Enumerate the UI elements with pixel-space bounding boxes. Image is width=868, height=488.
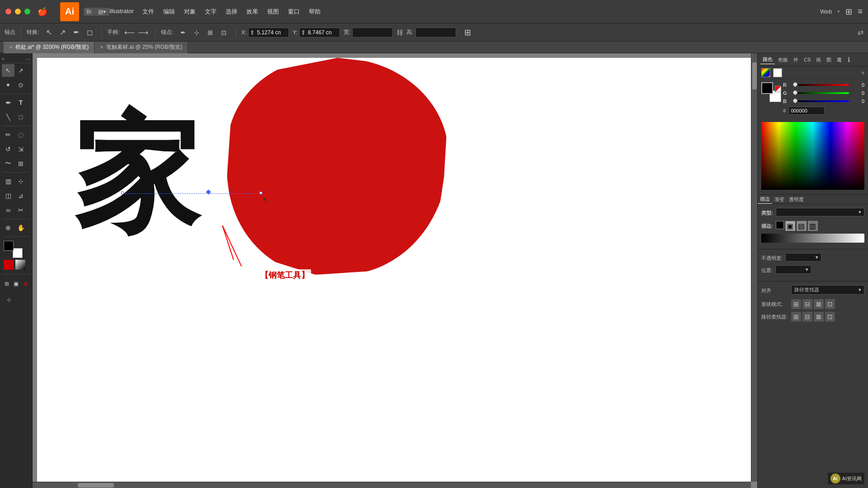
shape-btn-2[interactable]: ⊟ [802,299,812,309]
anchor-btn-4[interactable]: ⊡ [217,26,230,39]
tool-pen[interactable]: ✒ [2,96,14,109]
tool-graph[interactable]: ▥ [2,175,14,188]
b-thumb[interactable] [793,99,797,103]
menu-edit[interactable]: 编辑 [163,8,175,16]
anchor-btn-2[interactable]: ⊹ [190,26,203,39]
menu-file[interactable]: 文件 [142,8,154,16]
path-btn-1[interactable]: ⊞ [791,312,801,322]
extra-btn-1[interactable]: ⊹ [3,294,15,306]
tool-line[interactable]: ╲ [2,111,14,123]
tab-close-0[interactable]: ✕ [9,45,13,50]
menu-app[interactable]: Illustrator [109,8,133,16]
arrange-icon[interactable]: ≡ [858,7,863,16]
anchor-point-left[interactable] [121,192,124,194]
menu-help[interactable]: 帮助 [309,8,321,16]
menu-object[interactable]: 对象 [184,8,196,16]
tab-1[interactable]: ✕ 笔触素材.ai @ 25% (RGB/预览) [94,42,188,53]
toolbox-minimize[interactable]: — [26,56,30,61]
gradient-bar[interactable] [761,234,864,243]
stroke-btn-2[interactable]: ▤ [797,221,807,231]
scrollbar-vertical[interactable] [751,53,757,482]
transform-btn[interactable]: ⊞ [462,27,473,38]
tool-scale[interactable]: ⇲ [14,143,27,155]
tool-pencil[interactable]: ✏ [2,128,14,141]
canvas[interactable]: 家 ↖ 【钢笔工具】 [33,53,757,488]
path-btn-2[interactable]: ⊟ [802,312,812,322]
menu-type[interactable]: 文字 [205,8,217,16]
tool-rotate[interactable]: ↺ [2,143,14,155]
stroke-swatch-black[interactable] [776,221,784,229]
red-swatch[interactable] [4,260,14,270]
view-btn-2[interactable]: ▣ [12,277,20,290]
menu-view[interactable]: 视图 [267,8,279,16]
panel-tab-magic[interactable]: 魔 [835,56,844,64]
maximize-button[interactable] [24,9,30,14]
color-wheel-icon[interactable] [761,68,770,77]
position-dropdown[interactable]: ▾ [775,265,811,274]
tool-select[interactable]: ↖ [2,64,14,77]
tool-lasso[interactable]: ⊙ [14,79,27,91]
panel-tab-outer[interactable]: 外 [791,56,801,64]
info-button[interactable]: ℹ [845,55,853,64]
tool-zoom[interactable]: ⊕ [2,221,14,234]
toolbox-handle[interactable]: ≡ [2,56,5,61]
convert-btn-2[interactable]: ↗ [56,26,69,39]
r-thumb[interactable] [793,82,797,87]
minimize-button[interactable] [15,9,21,14]
close-button[interactable] [5,9,11,14]
tool-scissors[interactable]: ✂ [14,204,27,216]
menu-effects[interactable]: 效果 [246,8,258,16]
tool-free-transform[interactable]: ⊞ [14,157,27,170]
panel-tab-image[interactable]: 图 [824,56,834,64]
opacity-tab[interactable]: 透明度 [787,195,806,204]
r-slider[interactable] [793,84,849,86]
tool-blob[interactable]: ◌ [14,128,27,141]
scrollbar-horizontal[interactable] [33,482,751,488]
shape-btn-1[interactable]: ⊞ [791,299,801,309]
tool-warp[interactable]: 〜 [2,157,14,170]
toolbar-expand[interactable]: ⇄ [858,28,863,37]
shape-btn-4[interactable]: ⊡ [825,299,835,309]
shape-btn-3[interactable]: ⊠ [814,299,824,309]
fg-color-swatch[interactable] [4,241,14,251]
tool-magic-wand[interactable]: ✦ [2,79,14,91]
color-picker-gradient[interactable] [761,122,864,190]
workspace-icon[interactable]: ⊞ [845,7,852,17]
panel-tab-color[interactable]: 颜色 [760,55,775,64]
scroll-thumb-h[interactable] [78,483,114,488]
anchor-btn-3[interactable]: ⊞ [204,26,217,39]
tab-0[interactable]: ✕ 棺处.ai* @ 3200% (RGB/预览) [4,42,94,53]
stroke-tab[interactable]: 描边 [758,195,772,204]
convert-btn-4[interactable]: ◻ [83,26,96,39]
tool-mesh[interactable]: ⊹ [14,175,27,188]
view-btn-1[interactable]: ⊞ [3,277,10,290]
panel-tab-cs[interactable]: CS [802,56,813,63]
menu-window[interactable]: 窗口 [288,8,300,16]
menu-select[interactable]: 选择 [226,8,237,16]
convert-btn-1[interactable]: ↖ [42,26,55,39]
bg-color-swatch[interactable] [13,248,23,258]
tool-direct-select[interactable]: ↗ [14,64,27,77]
type-dropdown[interactable]: ▾ [776,208,864,216]
b-slider[interactable] [793,100,849,102]
tool-gradient[interactable]: ◫ [2,189,14,202]
g-thumb[interactable] [793,90,797,95]
chain-icon[interactable]: ⛓ [396,29,403,36]
hand-btn-1[interactable]: ⟵ [123,26,136,39]
h-input[interactable] [415,28,456,38]
view-btn-3[interactable]: ⊕ [22,277,29,290]
anchor-btn-1[interactable]: ✒ [177,26,189,39]
gradient-swatch[interactable] [15,260,25,270]
tool-hand[interactable]: ✋ [14,221,27,234]
anchor-point-right[interactable] [259,192,262,194]
tab-close-1[interactable]: ✕ [100,45,104,50]
b-value[interactable] [852,99,864,104]
panel-tab-draw[interactable]: 画 [814,56,823,64]
scroll-thumb-v[interactable] [752,62,757,89]
bridge-button[interactable]: Br [84,8,94,16]
tool-blend[interactable]: ∞ [2,204,14,216]
panel-tab-swatches[interactable]: 色板 [776,56,790,64]
opacity-dropdown[interactable]: ▾ [785,253,821,262]
canvas-area[interactable]: 家 ↖ 【钢笔工具】 [33,53,757,488]
view-toggle[interactable]: ▤▾ [94,8,109,16]
